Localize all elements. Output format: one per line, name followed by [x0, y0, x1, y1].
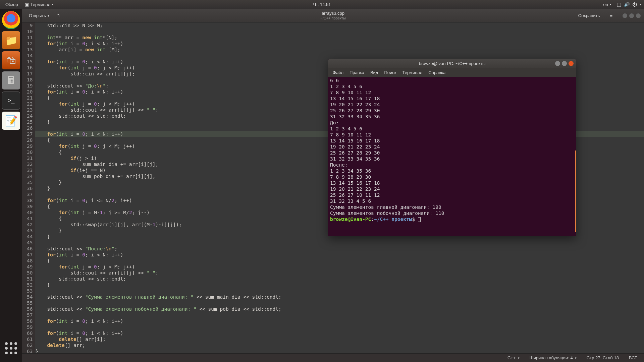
clock[interactable]: Чт, 14:51: [311, 1, 334, 8]
hamburger-menu[interactable]: ≡: [606, 12, 616, 19]
app-menu-label: Терминал: [31, 2, 51, 7]
sb-insert-mode[interactable]: ВСТ: [629, 355, 637, 360]
input-source[interactable]: en ▾: [601, 1, 614, 8]
open-label: Открыть: [29, 13, 46, 18]
power-icon[interactable]: ⏻: [632, 2, 637, 7]
chevron-down-icon: ▾: [518, 356, 520, 360]
chevron-down-icon: ▾: [575, 356, 577, 360]
hamburger-icon: ≡: [610, 13, 612, 18]
maximize-button[interactable]: [629, 13, 634, 18]
terminal-menu-файл[interactable]: Файл: [330, 69, 346, 76]
sb-language[interactable]: C++ ▾: [507, 355, 520, 360]
chevron-down-icon: ▾: [52, 3, 54, 6]
dock-chrome[interactable]: [2, 11, 20, 29]
app-menu[interactable]: ▣ Терминал ▾: [22, 1, 57, 8]
terminal-menu-терминал[interactable]: Терминал: [399, 69, 425, 76]
terminal-menubar: ФайлПравкаВидПоискТерминалСправка: [328, 68, 576, 77]
scroll-indicator: [575, 150, 576, 232]
terminal-titlebar[interactable]: browze@Ivan-PC: ~/C++ проекты: [328, 59, 576, 68]
gnome-top-bar: Обзор ▣ Терминал ▾ Чт, 14:51 en ▾ ⬚ 🔊 ⏻ …: [0, 0, 644, 9]
chevron-down-icon: ▾: [640, 3, 641, 6]
close-button[interactable]: [569, 61, 574, 66]
dock-show-apps[interactable]: [2, 339, 20, 357]
sb-cursor-pos: Стр 27, Стлб 18: [587, 355, 619, 360]
terminal-menu-правка[interactable]: Правка: [347, 69, 367, 76]
terminal-title: browze@Ivan-PC: ~/C++ проекты: [419, 61, 486, 66]
sb-tabwidth[interactable]: Ширина табуляции: 4 ▾: [530, 355, 577, 360]
chevron-down-icon: ▾: [610, 3, 611, 6]
terminal-window-controls: [555, 61, 576, 66]
chevron-down-icon: ▾: [48, 14, 49, 17]
dock: 📁 🛍 🖩 📝: [0, 9, 22, 362]
terminal-body[interactable]: 6 6 1 2 3 4 5 6 7 8 9 10 11 12 13 14 15 …: [328, 77, 576, 236]
terminal-menu-справка[interactable]: Справка: [426, 69, 448, 76]
save-button[interactable]: Сохранить: [575, 12, 603, 19]
terminal-menu-вид[interactable]: Вид: [368, 69, 381, 76]
dock-terminal[interactable]: [2, 92, 20, 110]
terminal-window: browze@Ivan-PC: ~/C++ проекты ФайлПравка…: [328, 59, 576, 236]
new-document-icon: 🗋: [56, 13, 60, 18]
gedit-statusbar: C++ ▾ Ширина табуляции: 4 ▾ Стр 27, Стлб…: [22, 353, 644, 362]
open-button[interactable]: Открыть ▾: [25, 12, 53, 19]
terminal-menu-поиск[interactable]: Поиск: [381, 69, 399, 76]
lang-label: en: [603, 2, 608, 7]
window-controls: [623, 13, 641, 18]
minimize-button[interactable]: [623, 13, 627, 18]
network-icon[interactable]: ⬚: [617, 2, 621, 7]
dock-text-editor[interactable]: 📝: [2, 112, 20, 130]
new-tab-button[interactable]: 🗋: [53, 12, 64, 19]
file-path: ~/C++ проекты: [320, 16, 346, 20]
apps-grid-icon: [5, 342, 17, 354]
gedit-header: Открыть ▾ 🗋 arrays3.cpp ~/C++ проекты Со…: [22, 9, 644, 22]
line-gutter: 9 10 11 12 13 14 15 16 17 18 19 20 21 22…: [22, 22, 35, 353]
dock-files[interactable]: 📁: [2, 31, 20, 49]
volume-icon[interactable]: 🔊: [624, 2, 630, 7]
maximize-button[interactable]: [562, 61, 567, 66]
file-title: arrays3.cpp: [320, 11, 346, 16]
dock-calculator[interactable]: 🖩: [2, 71, 20, 89]
terminal-icon: ▣: [25, 2, 29, 7]
title-area: arrays3.cpp ~/C++ проекты: [320, 11, 346, 20]
dock-software[interactable]: 🛍: [2, 51, 20, 69]
activities-button[interactable]: Обзор: [3, 1, 21, 8]
minimize-button[interactable]: [555, 61, 560, 66]
close-button[interactable]: [636, 13, 641, 18]
